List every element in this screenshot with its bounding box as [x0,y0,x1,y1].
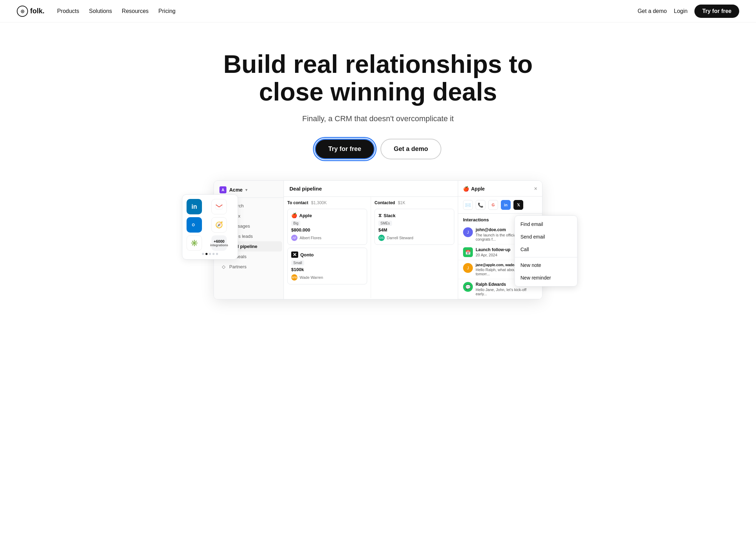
compass-integration-icon: 🧭 [211,217,227,233]
col-amount-to-contact: $1,300K [311,200,327,205]
sidebar-item-partners[interactable]: ◇ Partners [215,262,282,272]
ctx-call[interactable]: Call [515,243,577,256]
ctx-send-email[interactable]: Send email [515,230,577,243]
detail-header: 🍎 Apple × [458,181,542,196]
pipeline-col-contacted: Contacted $1K ⧖ Slack SMEs $4M DS Da [371,197,458,298]
pipeline-col-to-contact: To contact $1,300K 🍎 Apple Big $800.000 … [284,197,371,298]
ctx-new-note[interactable]: New note [515,259,577,271]
calendar-icon: 📅 [463,247,473,257]
qonto-logo-icon: ✕ [291,251,298,258]
partners-icon: ◇ [221,264,226,269]
crm-window: A Acme ▾ 🔍 Search 🔔 Inbox ✉️ Messages 💲 … [214,180,542,299]
nav-solutions[interactable]: Solutions [89,8,112,14]
context-menu: Find email Send email Call New note New … [514,215,578,287]
nav-login-link[interactable]: Login [674,8,687,14]
gmail-integration-icon [211,199,227,214]
integrations-panel: in O 🧭 ✳️ +6000 integrations [182,194,238,260]
deal-amount-slack: $4M [378,227,450,233]
deal-amount-qonto: $100k [291,267,363,272]
deal-tag-apple: Big [291,221,300,226]
avatar-wade: WW [291,274,298,281]
col-header-contacted: Contacted $1K [374,200,454,205]
ctx-divider [515,257,577,257]
hero-subline: Finally, a CRM that doesn't overcomplica… [7,114,749,123]
interaction-text-launch: Launch follow-up 20 Apr, 2024 [476,247,510,257]
action-phone-icon[interactable]: 📞 [476,200,485,210]
navbar: ◎ folk. Products Solutions Resources Pri… [0,0,756,22]
nav-pricing[interactable]: Pricing [159,8,176,14]
hero-demo-button[interactable]: Get a demo [380,139,441,159]
action-linkedin-icon[interactable]: in [501,200,511,210]
deal-name-qonto: ✕ Qonto [291,251,363,258]
avatar-jane: J [463,263,473,273]
hero-headline: Build real relationships to close winnin… [220,50,536,106]
avatar-darrell: DS [378,235,385,241]
apple-logo-icon: 🍎 [291,213,297,218]
hero-buttons: Try for free Get a demo [7,139,749,159]
hero-try-button[interactable]: Try for free [315,139,375,159]
avatar-john: J [463,227,473,237]
action-x-icon[interactable]: 𝕏 [513,200,523,210]
hero-section: Build real relationships to close winnin… [0,22,756,180]
deal-amount-apple: $800.000 [291,227,363,233]
deal-name-apple: 🍎 Apple [291,213,363,218]
dot-4 [212,253,215,255]
deal-tag-qonto: Small [291,260,304,265]
deal-card-slack[interactable]: ⧖ Slack SMEs $4M DS Darrell Steward [374,209,454,245]
ctx-new-reminder[interactable]: New reminder [515,271,577,284]
sidebar-label-partners: Partners [229,264,246,269]
integration-dots [187,253,233,255]
avatar-albert: AF [291,235,298,241]
nav-right: Get a demo Login Try for free [638,5,739,18]
integrations-label: integrations [210,243,228,247]
logo-icon: ◎ [17,6,28,17]
integrations-count: +6000 [210,239,228,243]
deal-card-qonto[interactable]: ✕ Qonto Small $100k WW Wade Warren [287,248,367,284]
app-preview: in O 🧭 ✳️ +6000 integrations [186,180,570,320]
more-integrations-icon: +6000 integrations [211,235,227,251]
nav-try-button[interactable]: Try for free [694,5,739,18]
pipeline-title: Deal pipeline [284,181,458,197]
svg-text:O: O [192,223,195,227]
outlook-integration-icon: O [187,217,202,233]
ctx-find-email[interactable]: Find email [515,218,577,230]
deal-name-slack: ⧖ Slack [378,213,450,218]
dot-1 [202,253,204,255]
dot-3 [209,253,211,255]
deal-tag-slack: SMEs [378,221,392,226]
crm-pipeline-main: Deal pipeline To contact $1,300K 🍎 Apple [284,181,458,299]
deal-person-qonto: WW Wade Warren [291,274,363,281]
slack-logo-icon: ⧖ [378,213,382,218]
whatsapp-icon: 💬 [463,282,473,292]
dot-5 [216,253,218,255]
logo: ◎ folk. [17,6,44,17]
deal-card-apple[interactable]: 🍎 Apple Big $800.000 AF Albert Flores [287,209,367,245]
action-gmail-icon[interactable]: G [488,200,498,210]
dot-2 [205,253,208,255]
workspace-name: Acme [229,187,243,193]
deal-person-apple: AF Albert Flores [291,235,363,241]
pipeline-body: To contact $1,300K 🍎 Apple Big $800.000 … [284,197,458,298]
detail-actions-bar: ✉️ 📞 G in 𝕏 [458,196,542,214]
detail-close-button[interactable]: × [534,186,537,192]
nav-products[interactable]: Products [57,8,79,14]
star-integration-icon: ✳️ [187,235,202,251]
detail-company-name: 🍎 Apple [463,186,485,192]
col-header-to-contact: To contact $1,300K [287,200,367,205]
col-label-contacted: Contacted [374,200,395,205]
deal-person-slack: DS Darrell Steward [378,235,450,241]
action-email-icon[interactable]: ✉️ [463,200,473,210]
linkedin-integration-icon: in [187,199,202,214]
workspace-icon: A [219,186,226,193]
nav-resources[interactable]: Resources [122,8,148,14]
col-label-to-contact: To contact [287,200,308,205]
workspace-chevron: ▾ [245,188,247,192]
company-apple-icon: 🍎 [463,186,469,192]
nav-get-demo-link[interactable]: Get a demo [638,8,667,14]
nav-links: Products Solutions Resources Pricing [57,8,175,14]
col-amount-contacted: $1K [398,200,405,205]
logo-text: folk. [30,7,44,15]
